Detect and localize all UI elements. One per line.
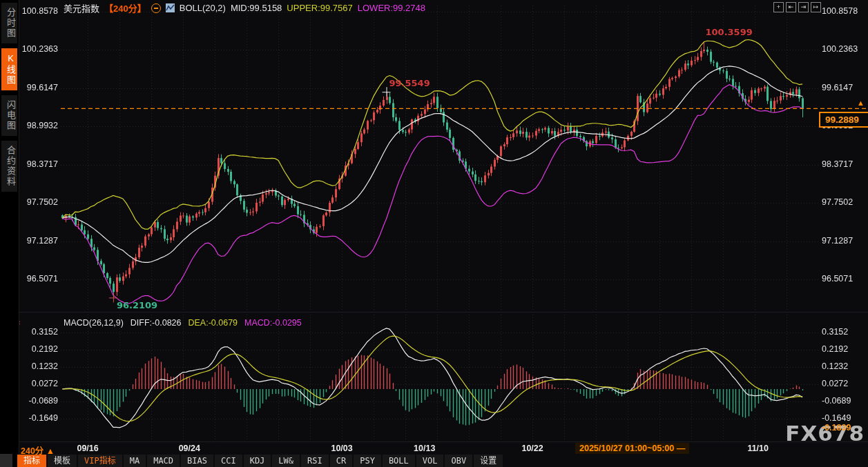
price-tick-right: 97.7502 bbox=[822, 197, 853, 207]
tab-flash-chart[interactable]: 闪电图 bbox=[1, 95, 17, 136]
date-tick: 11/10 bbox=[747, 444, 769, 453]
toolbar-button-模板[interactable]: 模板 bbox=[48, 455, 77, 467]
macd-tick-right: 0.3152 bbox=[822, 327, 848, 337]
macd-tick-right: 0.2192 bbox=[822, 344, 848, 354]
chart-canvas[interactable] bbox=[0, 0, 868, 467]
chart-header: 美元指数 【240分】 BOLL(20,2) MID:99.5158 UPPER… bbox=[64, 2, 425, 14]
pane-controls: +⇤⇥↦ bbox=[773, 2, 821, 12]
toolbar-button-BIAS[interactable]: BIAS bbox=[181, 455, 213, 467]
toolbar-button-VOL[interactable]: VOL bbox=[416, 455, 444, 467]
date-tick: 09/16 bbox=[77, 444, 98, 453]
boll-upper-value: UPPER:99.7567 bbox=[287, 3, 352, 13]
toolbar-button-LW&[interactable]: LW& bbox=[272, 455, 300, 467]
toolbar-button-RSI[interactable]: RSI bbox=[301, 455, 329, 467]
price-marker-icon: ▲ bbox=[857, 99, 865, 107]
toolbar-button-指标[interactable]: 指标 bbox=[17, 455, 46, 467]
sidebar: 分时图K线图闪电图合约资料 bbox=[0, 0, 19, 467]
toolbar-button-CR[interactable]: CR bbox=[330, 455, 352, 467]
toolbar-button-MA[interactable]: MA bbox=[124, 455, 146, 467]
macd-tick-right: 0.1232 bbox=[822, 361, 848, 371]
date-tick: 09/24 bbox=[179, 444, 200, 453]
corner-box bbox=[0, 454, 12, 467]
tab-time-chart[interactable]: 分时图 bbox=[1, 3, 17, 43]
boll-mid-value: MID:99.5158 bbox=[231, 3, 282, 13]
boll-label: BOLL(20,2) bbox=[180, 3, 226, 13]
tab-contract-info[interactable]: 合约资料 bbox=[1, 141, 17, 192]
toolbar-button-PSY[interactable]: PSY bbox=[354, 455, 381, 467]
price-tick-right: 100.8578 bbox=[822, 6, 858, 16]
indicator-toolbar: 指标模板VIP指标MAMACDBIASCCIKDJLW&RSICRPSYBOLL… bbox=[17, 455, 503, 467]
macd-macd-value: MACD:-0.0295 bbox=[244, 318, 302, 328]
trading-app: FX678 分时图K线图闪电图合约资料 美元指数 【240分】 BOLL(20,… bbox=[0, 0, 868, 467]
current-period-label[interactable]: 2025/10/27 01:00~05:00 — bbox=[575, 443, 689, 454]
crosshair-icon[interactable]: + bbox=[773, 2, 784, 12]
date-tick: 10/03 bbox=[331, 444, 352, 453]
scale-right-icon[interactable]: ⇥ bbox=[798, 2, 809, 12]
toolbar-button-CCI[interactable]: CCI bbox=[215, 455, 242, 467]
macd-name: MACD(26,12,9) bbox=[64, 318, 124, 328]
boll-lower-value: LOWER:99.2748 bbox=[358, 3, 425, 13]
macd-tick-right: -0.0689 bbox=[822, 396, 851, 406]
price-tick-right: 98.3717 bbox=[822, 159, 853, 169]
toolbar-button-BOLL[interactable]: BOLL bbox=[383, 455, 415, 467]
toolbar-button-KDJ[interactable]: KDJ bbox=[244, 455, 271, 467]
scale-left-icon[interactable]: ⇤ bbox=[786, 2, 796, 12]
toolbar-button-设置[interactable]: 设置 bbox=[474, 455, 503, 467]
collapse-icon[interactable] bbox=[151, 3, 161, 13]
date-tick: 10/13 bbox=[414, 444, 435, 453]
price-tick-right: 99.6147 bbox=[822, 83, 853, 92]
toolbar-button-OBV[interactable]: OBV bbox=[445, 455, 472, 467]
symbol-title: 美元指数 bbox=[64, 1, 99, 14]
toolbar-button-MACD[interactable]: MACD bbox=[147, 455, 180, 467]
macd-tick-right: -0.1649 bbox=[822, 413, 851, 423]
price-tick-right: 97.1287 bbox=[822, 236, 853, 246]
macd-dea-value: DEA:-0.0679 bbox=[188, 318, 238, 328]
price-tick-right: 96.5071 bbox=[822, 274, 853, 284]
chart-type-icon[interactable] bbox=[166, 3, 175, 12]
macd-diff-value: DIFF:-0.0826 bbox=[131, 318, 182, 328]
current-price-tag: 99.2889 bbox=[819, 112, 868, 128]
latest-bar-icon[interactable]: ↦ bbox=[811, 2, 821, 12]
tab-kline-chart[interactable]: K线图 bbox=[1, 48, 17, 90]
date-tick: 10/22 bbox=[521, 444, 543, 453]
toolbar-button-VIP指标[interactable]: VIP指标 bbox=[78, 455, 122, 467]
macd-header: MACD(26,12,9) DIFF:-0.0826 DEA:-0.0679 M… bbox=[64, 318, 302, 328]
period-label: 【240分】 bbox=[104, 1, 146, 14]
macd-current-value: -0.1839 bbox=[822, 423, 851, 433]
macd-tick-right: 0.0272 bbox=[822, 379, 848, 388]
price-tick-right: 100.2363 bbox=[822, 44, 858, 54]
